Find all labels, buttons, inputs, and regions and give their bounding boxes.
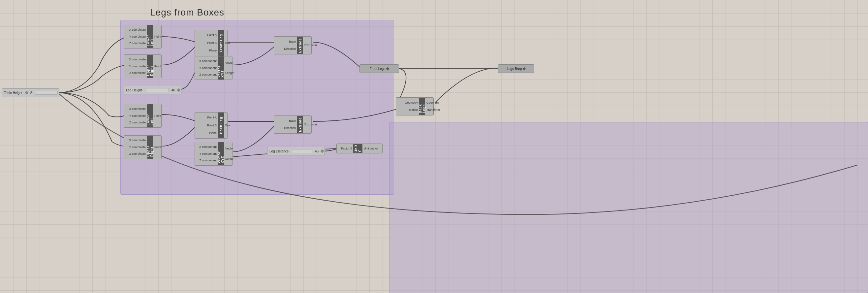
node-lower-left-top-label: Lower Left: [147, 25, 153, 48]
node-lower-left-bot-label: Lower Left: [147, 104, 153, 127]
input-y-coord-2: Y coordinate: [124, 64, 147, 69]
input-x-comp-2: X component: [195, 144, 218, 150]
node-front-leg-outputs: Box: [224, 30, 232, 56]
table-height-label: Table Height: [2, 91, 24, 95]
node-vector-xyz-top-inputs: X component Y component Z component: [195, 56, 218, 80]
node-upper-right-top-inputs: X coordinate Y coordinate Z coordinate: [124, 55, 147, 78]
node-lower-left-top-inputs: X coordinate Y coordinate Z coordinate: [124, 25, 147, 48]
node-upper-right-top[interactable]: X coordinate Y coordinate Z coordinate U…: [124, 54, 162, 78]
node-upper-right-bot-outputs: Point: [153, 136, 163, 159]
table-height-value: 2: [29, 91, 34, 95]
node-front-leg-inputs: Point A Point B Plane: [195, 30, 218, 56]
input-y-comp-2: Y component: [195, 151, 218, 157]
node-front-legs-output: Front Legs: [360, 64, 399, 73]
input-direction-2: Direction: [274, 125, 297, 131]
node-lower-left-top-outputs: Point: [153, 25, 163, 48]
input-z-comp-2: Z component: [195, 158, 218, 163]
output-transform-1: Transform: [425, 107, 441, 113]
node-extrude-top-outputs: Extrusion: [303, 37, 318, 54]
output-box-1: Box: [224, 40, 232, 46]
node-vector-xyz-top-outputs: Vector Length: [224, 56, 236, 80]
table-height-slider[interactable]: Table Height 2: [2, 88, 59, 97]
output-unit-vector: Unit vector: [363, 146, 379, 151]
node-vector-xyz-bot[interactable]: X component Y component Z component Vect…: [194, 142, 232, 166]
output-box-2: Box: [224, 123, 232, 128]
page-title: Legs from Boxes: [150, 7, 224, 18]
input-motion-1: Motion: [396, 107, 419, 113]
input-base-1: Base: [274, 39, 297, 45]
node-back-legs[interactable]: Geometry Motion Back Legs Geometry Trans…: [396, 97, 434, 116]
input-y-coord-3: Y coordinate: [124, 113, 147, 119]
node-extrude-top[interactable]: Base Direction Extrude Extrusion: [274, 36, 312, 54]
group-box-secondary: [389, 122, 868, 293]
node-back-legs-label: Back Legs: [419, 98, 425, 115]
node-extrude-top-inputs: Base Direction: [274, 37, 297, 54]
input-y-comp-1: Y component: [195, 65, 218, 71]
node-upper-right-bot[interactable]: X coordinate Y coordinate Z coordinate U…: [124, 135, 162, 159]
input-geometry-1: Geometry: [396, 100, 419, 106]
node-back-leg[interactable]: Point A Point B Plane Back Leg Box: [194, 112, 227, 139]
node-back-leg-inputs: Point A Point B Plane: [195, 113, 218, 138]
input-x-coord-4: X coordinate: [124, 138, 147, 143]
input-z-coord-4: Z coordinate: [124, 151, 147, 157]
output-extrusion-2: Extrusion: [303, 122, 318, 127]
leg-height-slider[interactable]: Leg Height 40: [124, 86, 181, 94]
node-vector-xyz-top-label: Vector XYZ: [218, 56, 224, 80]
node-vector-xyz-top[interactable]: X component Y component Z component Vect…: [194, 56, 232, 80]
node-unit-y-inputs: Factor 3: [337, 144, 353, 153]
node-upper-right-top-label: Upper Right: [147, 55, 153, 78]
input-x-coord-3: X coordinate: [124, 106, 147, 112]
leg-distance-value: 45: [314, 149, 320, 153]
front-legs-port: [386, 67, 390, 70]
node-vector-xyz-bot-inputs: X component Y component Z component: [195, 142, 218, 165]
node-front-leg-label: Front Leg: [218, 30, 224, 56]
node-unit-y-label: Unit Y: [353, 144, 363, 153]
input-point-b-1: Point B: [195, 40, 218, 46]
node-unit-y-outputs: Unit vector: [363, 144, 379, 153]
output-point-2: Point: [153, 64, 163, 69]
leg-height-diamond: [177, 88, 180, 92]
node-lower-left-bot[interactable]: X coordinate Y coordinate Z coordinate L…: [124, 104, 162, 128]
node-legs-brep-output: Legs Brep: [498, 64, 534, 73]
leg-distance-slider[interactable]: Leg Distance 45: [267, 147, 325, 155]
leg-distance-label: Leg Distance: [268, 149, 290, 153]
input-point-b-2: Point B: [195, 123, 218, 128]
output-vector-1: Vector: [224, 60, 236, 66]
canvas: Legs from Boxes: [0, 0, 868, 293]
output-point-1: Point: [153, 34, 163, 39]
input-point-a-1: Point A: [195, 32, 218, 38]
input-z-coord-2: Z coordinate: [124, 70, 147, 76]
leg-distance-diamond: [320, 149, 324, 153]
node-back-legs-outputs: Geometry Transform: [425, 98, 441, 115]
legs-brep-port: [523, 67, 526, 70]
node-extrude-bot-outputs: Extrusion: [303, 116, 318, 133]
node-back-leg-label: Back Leg: [218, 113, 224, 138]
node-unit-y[interactable]: Factor 3 Unit Y Unit vector: [336, 144, 382, 153]
input-x-coord-1: X coordinate: [124, 27, 147, 33]
node-lower-left-bot-outputs: Point: [153, 104, 163, 127]
node-lower-left-top[interactable]: X coordinate Y coordinate Z coordinate L…: [124, 25, 162, 49]
leg-height-value: 40: [170, 88, 177, 92]
input-y-coord-4: Y coordinate: [124, 145, 147, 150]
node-lower-left-bot-inputs: X coordinate Y coordinate Z coordinate: [124, 104, 147, 127]
input-x-comp-1: X component: [195, 58, 218, 64]
node-extrude-bot-label: Extrude: [297, 116, 303, 133]
node-extrude-bot[interactable]: Base Direction Extrude Extrusion: [274, 116, 312, 134]
output-length-2: Length: [224, 156, 236, 162]
leg-height-label: Leg Height: [124, 88, 144, 92]
input-point-a-2: Point A: [195, 115, 218, 120]
input-x-coord-2: X coordinate: [124, 57, 147, 62]
output-point-4: Point: [153, 145, 163, 150]
table-height-diamond: [25, 91, 28, 94]
input-z-coord-1: Z coordinate: [124, 40, 147, 46]
input-plane-1: Plane: [195, 48, 218, 54]
output-vector-2: Vector: [224, 146, 236, 151]
input-z-coord-3: Z coordinate: [124, 120, 147, 125]
node-front-leg[interactable]: Point A Point B Plane Front Leg Box: [194, 30, 227, 56]
node-back-legs-inputs: Geometry Motion: [396, 98, 419, 115]
output-point-3: Point: [153, 113, 163, 119]
legs-brep-label: Legs Brep: [507, 67, 522, 70]
input-z-comp-1: Z component: [195, 72, 218, 78]
node-vector-xyz-bot-outputs: Vector Length: [224, 142, 236, 165]
node-upper-right-bot-label: Upper Right: [147, 136, 153, 159]
